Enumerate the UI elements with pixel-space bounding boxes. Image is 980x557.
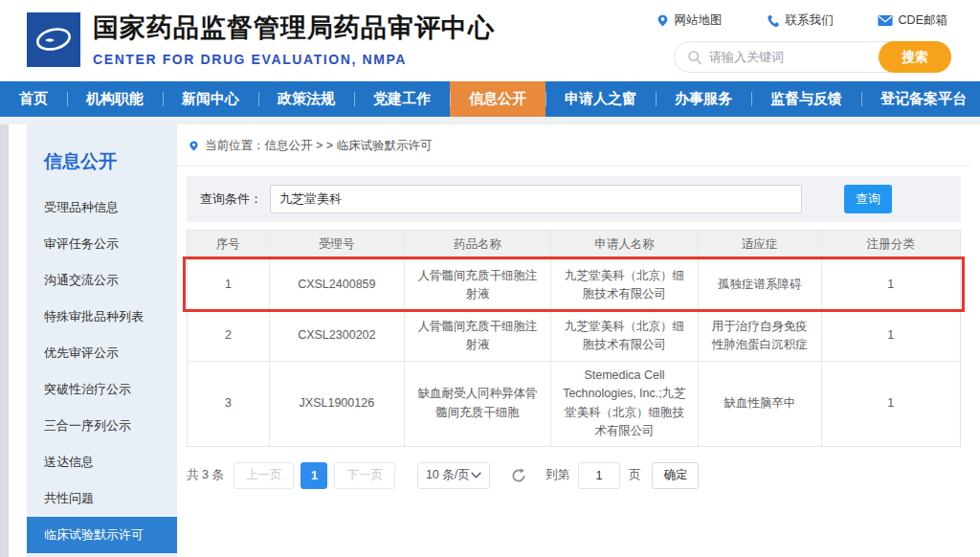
prev-page-button[interactable]: 上一页 (234, 462, 295, 489)
cell-drug-name: 人骨髓间充质干细胞注射液 (404, 260, 550, 310)
page-size-select[interactable]: 10 条/页 (417, 462, 490, 489)
nav-item-applicant-window[interactable]: 申请人之窗 (546, 81, 656, 117)
cell-registration-class: 1 (821, 311, 960, 361)
cell-index: 1 (188, 260, 269, 310)
page: 国家药品监督管理局药品审评中心 CENTER FOR DRUG EVALUATI… (0, 0, 980, 557)
contact-label: 联系我们 (786, 12, 834, 29)
sidebar-item-priority-review[interactable]: 优先审评公示 (27, 335, 177, 371)
cell-index: 3 (188, 362, 269, 446)
left-margin-strip (0, 124, 9, 557)
header-search-button[interactable]: 搜索 (879, 41, 951, 73)
page-size-value: 10 条/页 (426, 467, 470, 483)
pagination: 共 3 条 上一页 1 下一页 10 条/页 到第 页 确定 (187, 462, 961, 489)
cell-registration-class: 1 (821, 260, 960, 310)
results-table: 序号 受理号 药品名称 申请人名称 适应症 注册分类 1 CXSL2400859… (187, 230, 961, 447)
page-unit-label: 页 (629, 467, 641, 483)
cde-logo (27, 12, 80, 67)
cell-indication: 孤独症谱系障碍 (698, 260, 821, 310)
mailbox-label: CDE邮箱 (899, 12, 947, 29)
breadcrumb: 当前位置：信息公开 > > 临床试验默示许可 (177, 124, 970, 167)
envelope-icon (878, 14, 893, 27)
cell-drug-name: 人骨髓间充质干细胞注射液 (404, 311, 550, 361)
table-row: 1 CXSL2400859 人骨髓间充质干细胞注射液 九芝堂美科（北京）细胞技术… (188, 259, 960, 310)
table-header-row: 序号 受理号 药品名称 申请人名称 适应症 注册分类 (188, 231, 960, 259)
breadcrumb-pin-icon (189, 140, 199, 152)
refresh-icon (511, 468, 526, 483)
table-row: 3 JXSL1900126 缺血耐受人同种异体骨髓间充质干细胞 Stemedic… (188, 361, 960, 446)
table-row: 2 CXSL2300202 人骨髓间充质干细胞注射液 九芝堂美科（北京）细胞技术… (188, 310, 960, 361)
query-bar: 查询条件： 查询 (187, 176, 961, 222)
query-button[interactable]: 查询 (844, 185, 892, 213)
quick-links: 网站地图 联系我们 CDE邮箱 (657, 12, 947, 29)
site-header: 国家药品监督管理局药品审评中心 CENTER FOR DRUG EVALUATI… (0, 0, 980, 81)
cell-index: 2 (188, 311, 269, 361)
nav-item-policies[interactable]: 政策法规 (258, 81, 354, 117)
main-nav: 首页 机构职能 新闻中心 政策法规 党建工作 信息公开 申请人之窗 办事服务 监… (0, 81, 980, 117)
page-number-button[interactable]: 1 (301, 462, 327, 489)
sidebar-item-communication[interactable]: 沟通交流公示 (27, 262, 177, 299)
nav-item-supervision-feedback[interactable]: 监督与反馈 (751, 81, 861, 117)
page-divider (0, 117, 980, 124)
search-icon (687, 50, 702, 65)
contact-link[interactable]: 联系我们 (767, 12, 834, 29)
site-titles: 国家药品监督管理局药品审评中心 CENTER FOR DRUG EVALUATI… (93, 11, 495, 67)
sidebar-item-three-in-one[interactable]: 三合一序列公示 (27, 408, 177, 444)
sidebar-item-breakthrough-therapy[interactable]: 突破性治疗公示 (27, 371, 177, 408)
breadcrumb-text: 当前位置：信息公开 > > 临床试验默示许可 (205, 138, 433, 154)
location-pin-icon (657, 13, 669, 28)
confirm-button[interactable]: 确定 (652, 462, 699, 489)
header-search: 搜索 (674, 41, 951, 73)
refresh-button[interactable] (511, 468, 526, 483)
cell-indication: 缺血性脑卒中 (698, 362, 821, 446)
nav-item-party-building[interactable]: 党建工作 (354, 81, 450, 117)
cell-registration-class: 1 (821, 362, 960, 446)
cell-indication: 用于治疗自身免疫性肺泡蛋白沉积症 (698, 311, 821, 361)
query-input[interactable] (270, 185, 802, 213)
nav-item-functions[interactable]: 机构职能 (67, 81, 163, 117)
main-content: 当前位置：信息公开 > > 临床试验默示许可 查询条件： 查询 序号 受理号 药… (177, 124, 970, 557)
sidebar-item-accepted-varieties[interactable]: 受理品种信息 (27, 189, 177, 226)
sidebar-item-delivery-info[interactable]: 送达信息 (27, 444, 177, 480)
site-title: 国家药品监督管理局药品审评中心 (93, 11, 495, 45)
next-page-button[interactable]: 下一页 (334, 462, 395, 489)
mailbox-link[interactable]: CDE邮箱 (878, 12, 947, 29)
cell-acceptance-no: JXSL1900126 (269, 362, 404, 446)
column-header-applicant: 申请人名称 (550, 231, 697, 259)
nav-item-news[interactable]: 新闻中心 (163, 81, 258, 117)
nav-item-registration-platform[interactable]: 登记备案平台 (861, 81, 980, 117)
cell-applicant: 九芝堂美科（北京）细胞技术有限公司 (550, 260, 697, 310)
site-subtitle: CENTER FOR DRUG EVALUATION, NMPA (93, 52, 495, 67)
nav-item-services[interactable]: 办事服务 (656, 81, 751, 117)
query-label: 查询条件： (200, 190, 262, 208)
cell-applicant: 九芝堂美科（北京）细胞技术有限公司 (550, 311, 697, 361)
phone-icon (767, 14, 780, 28)
nav-item-home[interactable]: 首页 (0, 81, 67, 117)
column-header-acceptance-no: 受理号 (269, 231, 404, 259)
sidebar-item-common-issues[interactable]: 共性问题 (27, 480, 177, 517)
cell-acceptance-no: CXSL2400859 (269, 260, 404, 310)
column-header-drug-name: 药品名称 (404, 231, 550, 259)
goto-page-input[interactable] (578, 462, 620, 489)
total-count: 共 3 条 (187, 467, 224, 483)
goto-label: 到第 (546, 467, 569, 483)
column-header-indication: 适应症 (698, 231, 821, 259)
cell-applicant: Stemedica Cell Technologies, Inc.;九芝堂美科（… (550, 362, 697, 446)
sidebar-title: 信息公开 (27, 124, 177, 189)
chevron-down-icon (471, 472, 481, 479)
sidebar-item-special-approval-list[interactable]: 特殊审批品种列表 (27, 299, 177, 335)
cde-swoosh-icon (32, 18, 76, 62)
nav-item-info-disclosure[interactable]: 信息公开 (450, 81, 546, 117)
column-header-registration-class: 注册分类 (821, 231, 960, 259)
sitemap-label: 网站地图 (675, 12, 723, 29)
sidebar: 信息公开 受理品种信息 审评任务公示 沟通交流公示 特殊审批品种列表 优先审评公… (27, 124, 177, 557)
column-header-index: 序号 (188, 231, 269, 259)
sitemap-link[interactable]: 网站地图 (657, 12, 723, 29)
sidebar-item-review-tasks[interactable]: 审评任务公示 (27, 226, 177, 262)
cell-drug-name: 缺血耐受人同种异体骨髓间充质干细胞 (404, 362, 550, 446)
sidebar-item-clinical-trial-implied-license[interactable]: 临床试验默示许可 (27, 517, 177, 553)
cell-acceptance-no: CXSL2300202 (269, 311, 404, 361)
